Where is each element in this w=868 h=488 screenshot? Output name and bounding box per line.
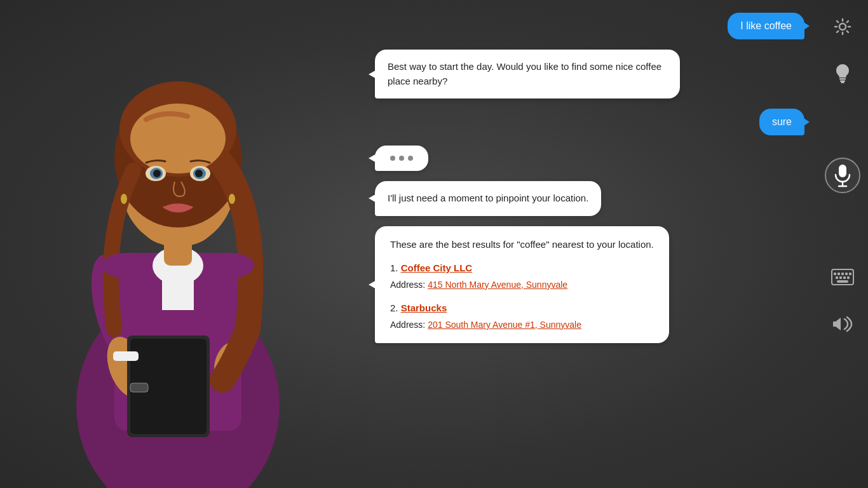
results-bubble: These are the best results for "coffee" … — [375, 226, 669, 343]
keyboard-icon[interactable] — [829, 263, 857, 291]
svg-rect-49 — [845, 273, 848, 275]
result-2-name-link[interactable]: Starbucks — [401, 302, 447, 313]
microphone-button[interactable] — [825, 158, 860, 193]
svg-point-21 — [153, 170, 161, 177]
dot-2 — [399, 156, 404, 161]
user-message-1: I like coffee — [728, 13, 804, 39]
volume-icon[interactable] — [829, 310, 857, 338]
svg-rect-9 — [130, 383, 148, 392]
svg-point-26 — [102, 253, 153, 278]
svg-rect-3 — [162, 259, 194, 310]
lightbulb-icon[interactable] — [829, 60, 857, 88]
svg-point-28 — [839, 24, 846, 30]
svg-rect-51 — [836, 276, 838, 279]
result-2-address-link[interactable]: 201 South Mary Avenue #1, Sunnyvale — [428, 320, 581, 330]
svg-point-27 — [203, 253, 254, 278]
svg-rect-52 — [839, 276, 842, 279]
svg-point-23 — [121, 194, 127, 204]
user-message-2: sure — [759, 109, 804, 135]
svg-rect-53 — [843, 276, 846, 279]
svg-rect-30 — [840, 81, 845, 83]
chat-area: I like coffee Best way to start the day.… — [356, 0, 817, 488]
svg-rect-31 — [841, 82, 844, 83]
svg-rect-29 — [839, 78, 846, 80]
svg-rect-48 — [841, 273, 844, 275]
svg-point-24 — [229, 194, 235, 204]
dot-1 — [390, 156, 395, 161]
assistant-message-1: Best way to start the day. Would you lik… — [375, 50, 680, 98]
svg-rect-54 — [847, 276, 850, 279]
sidebar-right — [817, 0, 868, 488]
svg-rect-55 — [837, 280, 848, 283]
character-illustration — [19, 11, 337, 488]
svg-rect-25 — [113, 351, 139, 361]
character-area — [0, 0, 356, 488]
dot-3 — [408, 156, 413, 161]
svg-rect-46 — [834, 273, 836, 275]
assistant-message-2: I'll just need a moment to pinpoint your… — [375, 181, 601, 216]
result-item-1: 1. Coffee City LLC Address: 415 North Ma… — [390, 260, 654, 292]
result-item-2: 2. Starbucks Address: 201 South Mary Ave… — [390, 300, 654, 332]
svg-rect-47 — [837, 273, 840, 275]
settings-icon[interactable] — [829, 13, 857, 41]
svg-rect-32 — [839, 165, 846, 177]
result-1-address-link[interactable]: 415 North Mary Avenue, Sunnyvale — [428, 280, 567, 290]
svg-rect-50 — [849, 273, 851, 275]
svg-point-22 — [195, 170, 203, 177]
result-1-name-link[interactable]: Coffee City LLC — [401, 262, 473, 273]
typing-indicator — [375, 146, 428, 171]
